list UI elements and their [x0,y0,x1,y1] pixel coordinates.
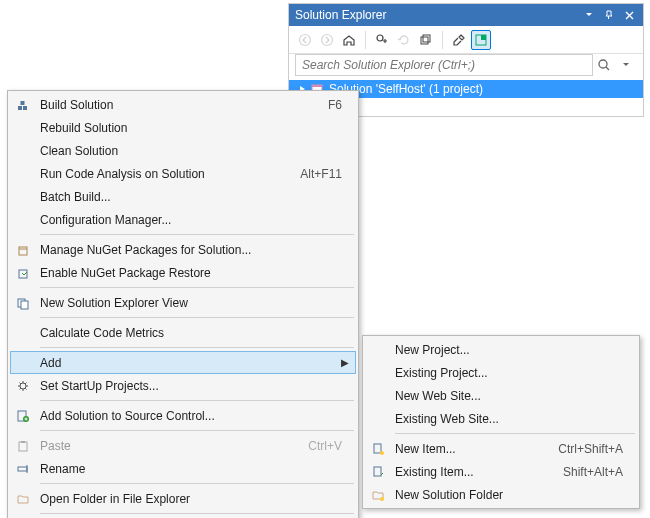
search-input[interactable] [295,54,593,76]
menu-separator [40,347,354,348]
menu-rename[interactable]: Rename [10,457,356,480]
svg-rect-13 [19,247,27,255]
menu-new-website[interactable]: New Web Site... [365,384,637,407]
menu-rebuild-solution[interactable]: Rebuild Solution [10,116,356,139]
svg-rect-3 [421,37,428,44]
search-dropdown-icon[interactable] [615,54,637,76]
new-item-icon [365,437,391,460]
menu-open-folder[interactable]: Open Folder in File Explorer [10,487,356,510]
menu-nuget-manage[interactable]: Manage NuGet Packages for Solution... [10,238,356,261]
sync-icon[interactable] [372,30,392,50]
svg-rect-10 [18,106,22,110]
build-icon [10,93,36,116]
svg-point-7 [599,60,607,68]
svg-rect-23 [374,444,381,453]
submenu-arrow-icon: ▶ [340,357,350,368]
svg-rect-9 [312,85,322,87]
add-submenu: New Project... Existing Project... New W… [362,335,640,509]
menu-new-project[interactable]: New Project... [365,338,637,361]
menu-existing-project[interactable]: Existing Project... [365,361,637,384]
menu-code-analysis[interactable]: Run Code Analysis on SolutionAlt+F11 [10,162,356,185]
svg-point-24 [380,451,384,455]
dropdown-icon[interactable] [581,7,597,23]
menu-existing-website[interactable]: Existing Web Site... [365,407,637,430]
rename-icon [10,457,36,480]
menu-separator [40,234,354,235]
svg-point-0 [300,34,311,45]
menu-existing-item[interactable]: Existing Item... Shift+Alt+A [365,460,637,483]
svg-rect-4 [423,35,430,42]
menu-batch-build[interactable]: Batch Build... [10,185,356,208]
preview-icon[interactable] [471,30,491,50]
folder-icon [10,487,36,510]
svg-point-1 [322,34,333,45]
svg-rect-25 [374,467,381,476]
svg-point-2 [377,35,383,41]
menu-separator [40,287,354,288]
menu-config-manager[interactable]: Configuration Manager... [10,208,356,231]
home-icon[interactable] [339,30,359,50]
svg-rect-20 [19,442,27,451]
properties-icon[interactable] [449,30,469,50]
menu-source-control[interactable]: Add Solution to Source Control... [10,404,356,427]
menu-clean-solution[interactable]: Clean Solution [10,139,356,162]
source-control-icon [10,404,36,427]
menu-separator [40,317,354,318]
existing-item-icon [365,460,391,483]
panel-toolbar [289,26,643,54]
svg-rect-16 [21,301,28,309]
menu-build-solution[interactable]: Build Solution F6 [10,93,356,116]
search-icon[interactable] [593,54,615,76]
menu-add[interactable]: Add ▶ [10,351,356,374]
back-icon[interactable] [295,30,315,50]
menu-nuget-restore[interactable]: Enable NuGet Package Restore [10,261,356,284]
solution-context-menu: Build Solution F6 Rebuild Solution Clean… [7,90,359,518]
menu-separator [40,483,354,484]
forward-icon[interactable] [317,30,337,50]
svg-rect-22 [18,467,27,471]
menu-new-solution-folder[interactable]: New Solution Folder [365,483,637,506]
pin-icon[interactable] [601,7,617,23]
menu-paste[interactable]: Paste Ctrl+V [10,434,356,457]
menu-startup-projects[interactable]: Set StartUp Projects... [10,374,356,397]
nuget-icon [10,238,36,261]
menu-separator [40,513,354,514]
new-folder-icon [365,483,391,506]
menu-separator [40,430,354,431]
svg-rect-11 [23,106,27,110]
restore-icon [10,261,36,284]
gear-icon [10,374,36,397]
panel-title: Solution Explorer [295,8,577,22]
panel-titlebar: Solution Explorer [289,4,643,26]
paste-icon [10,434,36,457]
svg-point-26 [380,497,384,501]
svg-rect-21 [21,441,25,443]
refresh-icon[interactable] [394,30,414,50]
menu-code-metrics[interactable]: Calculate Code Metrics [10,321,356,344]
menu-new-view[interactable]: New Solution Explorer View [10,291,356,314]
new-view-icon [10,291,36,314]
menu-separator [395,433,635,434]
svg-rect-6 [481,35,486,40]
svg-rect-12 [21,101,25,105]
close-icon[interactable] [621,7,637,23]
search-row [289,54,643,80]
collapse-all-icon[interactable] [416,30,436,50]
menu-separator [40,400,354,401]
menu-new-item[interactable]: New Item... Ctrl+Shift+A [365,437,637,460]
